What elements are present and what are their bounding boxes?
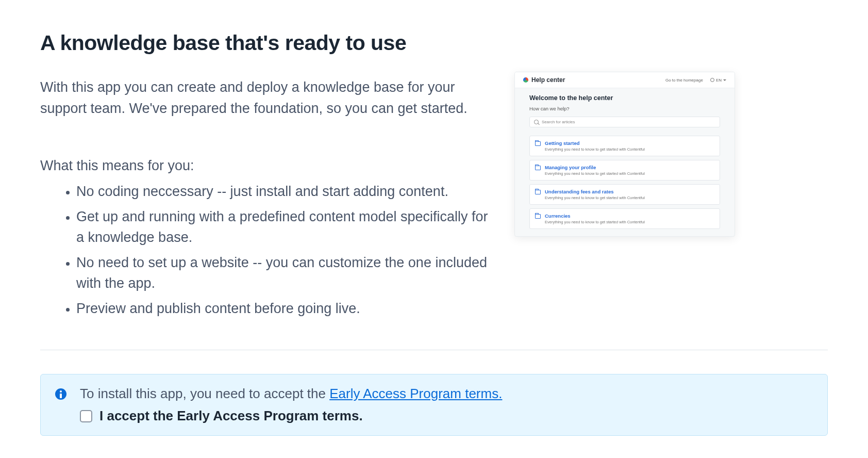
preview-card-description: Everything you need to know to get start… xyxy=(545,171,645,176)
preview-card-title: Managing your profile xyxy=(545,165,645,170)
preview-homepage-link: Go to the homepage xyxy=(665,78,703,83)
preview-category-card: Understanding fees and rates Everything … xyxy=(529,184,720,205)
preview-card-title: Getting started xyxy=(545,140,645,146)
accept-terms-label: I accept the Early Access Program terms. xyxy=(99,408,363,424)
folder-icon xyxy=(535,214,541,219)
intro-paragraph: With this app you can create and deploy … xyxy=(40,77,489,119)
preview-search-placeholder: Search for articles xyxy=(542,120,575,124)
preview-card-description: Everything you need to know to get start… xyxy=(545,147,645,152)
accept-terms-row[interactable]: I accept the Early Access Program terms. xyxy=(80,408,813,424)
preview-logo: Help center xyxy=(523,76,565,84)
folder-icon xyxy=(535,166,541,170)
search-icon xyxy=(534,120,539,124)
preview-category-card: Currencies Everything you need to know t… xyxy=(529,208,720,229)
feature-bullet-list: No coding neccessary -- just install and… xyxy=(40,181,489,319)
logo-mark-icon xyxy=(523,77,528,83)
preview-welcome-heading: Welcome to the help center xyxy=(529,94,720,102)
preview-app-title: Help center xyxy=(531,76,565,84)
preview-topbar: Help center Go to the homepage EN xyxy=(515,72,735,88)
terms-info-text: To install this app, you need to accept … xyxy=(80,386,813,402)
terms-text-prefix: To install this app, you need to accept … xyxy=(80,386,329,401)
chevron-down-icon xyxy=(723,79,726,81)
folder-icon xyxy=(535,141,541,146)
means-for-you-label: What this means for you: xyxy=(40,158,489,174)
preview-category-card: Managing your profile Everything you nee… xyxy=(529,160,720,181)
list-item: No need to set up a website -- you can c… xyxy=(76,252,489,294)
preview-topbar-right: Go to the homepage EN xyxy=(665,78,726,83)
accept-terms-checkbox[interactable] xyxy=(80,410,92,422)
folder-icon xyxy=(535,190,541,194)
page-title: A knowledge base that's ready to use xyxy=(40,31,828,55)
list-item: Get up and running with a predefined con… xyxy=(76,206,489,248)
upper-section: With this app you can create and deploy … xyxy=(40,77,828,323)
preview-language-selector: EN xyxy=(710,78,726,83)
globe-icon xyxy=(710,78,714,82)
preview-subheading: How can we help? xyxy=(529,106,720,111)
preview-card-title: Understanding fees and rates xyxy=(545,189,645,194)
preview-card-description: Everything you need to know to get start… xyxy=(545,220,645,224)
terms-info-box: To install this app, you need to accept … xyxy=(40,374,828,436)
preview-language-label: EN xyxy=(716,78,722,83)
list-item: No coding neccessary -- just install and… xyxy=(76,181,489,202)
terms-info-body: To install this app, you need to accept … xyxy=(80,386,813,424)
preview-body: Welcome to the help center How can we he… xyxy=(515,88,735,229)
section-divider xyxy=(40,350,828,350)
help-center-preview: Help center Go to the homepage EN Welcom… xyxy=(514,72,735,237)
description-column: With this app you can create and deploy … xyxy=(40,77,489,323)
list-item: Preview and publish content before going… xyxy=(76,298,489,319)
preview-search-input: Search for articles xyxy=(529,117,720,127)
info-icon xyxy=(55,388,66,400)
preview-card-title: Currencies xyxy=(545,213,645,219)
preview-category-card: Getting started Everything you need to k… xyxy=(529,136,720,156)
eap-terms-link[interactable]: Early Access Program terms. xyxy=(329,386,502,401)
preview-card-description: Everything you need to know to get start… xyxy=(545,195,645,200)
